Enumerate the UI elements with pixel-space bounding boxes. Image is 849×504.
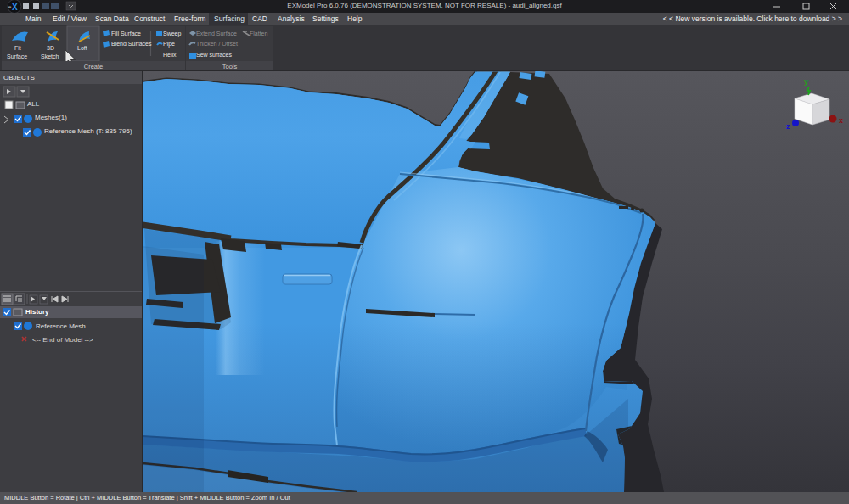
svg-text:x: x [839, 116, 843, 125]
svg-text:X: X [12, 3, 18, 12]
svg-text:y: y [804, 77, 808, 86]
svg-text:z: z [786, 122, 790, 131]
